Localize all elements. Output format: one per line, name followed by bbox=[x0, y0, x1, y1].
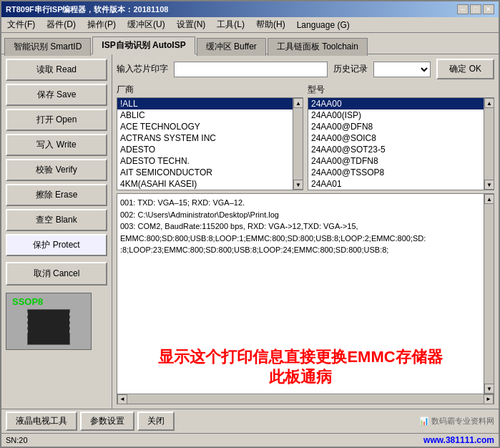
log-line-5: :8;LOOP:23;EMMC:800;SD:800;USB:8;LOOP:24… bbox=[120, 244, 481, 256]
model-item-24aa00-tdfn8[interactable]: 24AA00@TDFN8 bbox=[308, 155, 484, 167]
log-hscrollbar[interactable]: ◄ ► bbox=[117, 394, 494, 404]
ssop8-label: SSOP8 bbox=[12, 296, 43, 307]
history-select[interactable] bbox=[373, 62, 431, 77]
menu-item[interactable]: 缓冲区(U) bbox=[124, 17, 168, 32]
vendor-item-ait[interactable]: AIT SEMICONDUCTOR bbox=[117, 167, 293, 178]
model-scroll-track bbox=[484, 108, 494, 180]
blank-button[interactable]: 查空 Blank bbox=[6, 209, 107, 231]
model-item-24aa00-isp[interactable]: 24AA00(ISP) bbox=[308, 109, 484, 121]
log-line-1: 001: TXD: VGA–15; RXD: VGA–12. bbox=[120, 197, 481, 209]
maximize-button[interactable]: □ bbox=[470, 4, 481, 14]
menu-item[interactable]: 文件(F) bbox=[4, 17, 38, 32]
model-item-24aa01[interactable]: 24AA01 bbox=[308, 178, 484, 190]
big-red-text-1: 显示这个打印信息直接更换EMMC存储器 bbox=[120, 347, 481, 368]
vendor-item-adesto[interactable]: ADESTO bbox=[117, 144, 293, 155]
log-line-3: 003: COM2, BaudRate:115200 bps, RXD: VGA… bbox=[120, 220, 481, 233]
main-window: RT809F串行ISP编程器，软件版本：20181108 ─ □ ✕ 文件(F)… bbox=[0, 0, 500, 448]
menu-bar: 文件(F)器件(D)操作(P)缓冲区(U)设置(N)工具(L)帮助(H)Lang… bbox=[1, 17, 499, 33]
tab-smartid[interactable]: 智能识别 SmartID bbox=[4, 38, 91, 56]
model-item-24aa00-dfn8[interactable]: 24AA00@DFN8 bbox=[308, 121, 484, 132]
read-button[interactable]: 读取 Read bbox=[6, 59, 107, 81]
model-listbox[interactable]: 24AA00 24AA00(ISP) 24AA00@DFN8 24AA00@SO… bbox=[308, 97, 494, 190]
vendor-item-4km[interactable]: 4KM(ASAHI KASEI) bbox=[117, 178, 293, 190]
save-button[interactable]: 保存 Save bbox=[6, 84, 107, 106]
sn-label: SN:20 bbox=[6, 436, 28, 444]
log-hscroll-left[interactable]: ◄ bbox=[117, 394, 127, 404]
vendor-item-ace[interactable]: ACE TECHNOLOGY bbox=[117, 121, 293, 132]
model-label: 型号 bbox=[308, 84, 494, 96]
minimize-button[interactable]: ─ bbox=[457, 4, 469, 14]
title-bar-buttons: ─ □ ✕ bbox=[457, 4, 494, 14]
history-label: 历史记录 bbox=[333, 63, 368, 75]
menu-item[interactable]: 帮助(H) bbox=[253, 17, 288, 32]
vendor-list-container: 厂商 !ALL ABLIC ACE TECHNOLOGY ACTRANS SYS… bbox=[117, 84, 303, 190]
log-hscroll-track bbox=[127, 395, 484, 404]
bottom-bar: 液晶电视工具 参数设置 关闭 📊 数码霸专业资料网 bbox=[1, 409, 499, 433]
chip-pins-left bbox=[21, 313, 28, 333]
vendor-label: 厂商 bbox=[117, 84, 303, 96]
model-item-24aa00[interactable]: 24AA00 bbox=[308, 98, 484, 109]
status-bar: SN:20 www.381111.com bbox=[1, 433, 499, 447]
chip-pins-right bbox=[69, 313, 77, 333]
chip-input-label: 输入芯片印字 bbox=[117, 63, 168, 75]
vendor-scroll-down[interactable]: ▼ bbox=[293, 180, 303, 190]
log-scroll-up[interactable]: ▲ bbox=[484, 194, 494, 204]
vendor-scroll-up[interactable]: ▲ bbox=[293, 98, 303, 108]
model-scroll-down[interactable]: ▼ bbox=[484, 180, 494, 190]
cancel-button[interactable]: 取消 Cancel bbox=[6, 262, 107, 286]
website-label: www.381111.com bbox=[423, 435, 494, 445]
model-scroll-up[interactable]: ▲ bbox=[484, 98, 494, 108]
tab-buffer[interactable]: 缓冲区 Buffer bbox=[197, 38, 266, 56]
params-button[interactable]: 参数设置 bbox=[80, 412, 134, 431]
model-items: 24AA00 24AA00(ISP) 24AA00@DFN8 24AA00@SO… bbox=[308, 98, 484, 190]
model-list-container: 型号 24AA00 24AA00(ISP) 24AA00@DFN8 24AA00… bbox=[308, 84, 494, 190]
vendor-scroll-track bbox=[293, 108, 303, 180]
vendor-item-actrans[interactable]: ACTRANS SYSTEM INC bbox=[117, 132, 293, 144]
menu-item[interactable]: 工具(L) bbox=[214, 17, 247, 32]
lcd-tv-tool-button[interactable]: 液晶电视工具 bbox=[6, 412, 77, 431]
vendor-scrollbar[interactable]: ▲ ▼ bbox=[293, 98, 303, 190]
model-item-24aa00-tssop8[interactable]: 24AA00@TSSOP8 bbox=[308, 167, 484, 178]
tab-autoisp[interactable]: ISP自动识别 AutoISP bbox=[92, 36, 195, 54]
big-red-text-2: 此板通病 bbox=[120, 367, 481, 388]
model-scrollbar[interactable]: ▲ ▼ bbox=[484, 98, 494, 190]
right-panel: 输入芯片印字 历史记录 确定 OK 厂商 !ALL ABLIC ACE TECH… bbox=[112, 54, 499, 409]
chip-image: SSOP8 bbox=[6, 293, 92, 350]
chip-body bbox=[27, 309, 70, 345]
vendor-item-adesto-techn[interactable]: ADESTO TECHN. bbox=[117, 155, 293, 167]
erase-button[interactable]: 擦除 Erase bbox=[6, 184, 107, 206]
log-scroll-down[interactable]: ▼ bbox=[484, 384, 494, 394]
log-text-area: 001: TXD: VGA–15; RXD: VGA–12. 002: C:\U… bbox=[117, 194, 484, 394]
vendor-listbox[interactable]: !ALL ABLIC ACE TECHNOLOGY ACTRANS SYSTEM… bbox=[117, 97, 303, 190]
ok-button[interactable]: 确定 OK bbox=[436, 59, 494, 79]
main-content: 读取 Read 保存 Save 打开 Open 写入 Write 校验 Veri… bbox=[1, 54, 499, 409]
log-inner: 001: TXD: VGA–15; RXD: VGA–12. 002: C:\U… bbox=[117, 194, 494, 394]
model-item-24aa00-soic8[interactable]: 24AA00@SOIC8 bbox=[308, 132, 484, 144]
write-button[interactable]: 写入 Write bbox=[6, 134, 107, 156]
vendor-item-ablic[interactable]: ABLIC bbox=[117, 109, 293, 121]
log-line-2: 002: C:\Users\Administrator\Desktop\Prin… bbox=[120, 209, 481, 221]
vendor-items: !ALL ABLIC ACE TECHNOLOGY ACTRANS SYSTEM… bbox=[117, 98, 293, 190]
model-item-24aa00-sot235[interactable]: 24AA00@SOT23-5 bbox=[308, 144, 484, 155]
icon-area: 📊 数码霸专业资料网 bbox=[419, 416, 494, 427]
log-line-4: EMMC:800;SD:800;USB:8;LOOP:1;EMMC:800;SD… bbox=[120, 233, 481, 245]
menu-item[interactable]: Language (G) bbox=[294, 19, 353, 31]
vendor-item-all[interactable]: !ALL bbox=[117, 98, 293, 109]
protect-button[interactable]: 保护 Protect bbox=[6, 234, 107, 256]
chip-input-field[interactable] bbox=[174, 62, 328, 77]
open-button[interactable]: 打开 Open bbox=[6, 109, 107, 131]
menu-item[interactable]: 设置(N) bbox=[174, 17, 209, 32]
log-hscroll-right[interactable]: ► bbox=[484, 394, 494, 404]
log-scrollbar[interactable]: ▲ ▼ bbox=[484, 194, 494, 394]
left-panel: 读取 Read 保存 Save 打开 Open 写入 Write 校验 Veri… bbox=[1, 54, 112, 409]
log-overlay: 显示这个打印信息直接更换EMMC存储器 此板通病 bbox=[120, 347, 481, 388]
close-button[interactable]: ✕ bbox=[483, 4, 494, 14]
close-bottom-button[interactable]: 关闭 bbox=[137, 412, 175, 431]
menu-item[interactable]: 器件(D) bbox=[44, 17, 79, 32]
menu-item[interactable]: 操作(P) bbox=[84, 17, 119, 32]
tab-toolchain[interactable]: 工具链面板 Toolchain bbox=[268, 38, 368, 56]
title-bar: RT809F串行ISP编程器，软件版本：20181108 ─ □ ✕ bbox=[1, 1, 499, 17]
log-area: 001: TXD: VGA–15; RXD: VGA–12. 002: C:\U… bbox=[117, 193, 494, 404]
log-scroll-track bbox=[484, 204, 494, 384]
verify-button[interactable]: 校验 Verify bbox=[6, 159, 107, 181]
